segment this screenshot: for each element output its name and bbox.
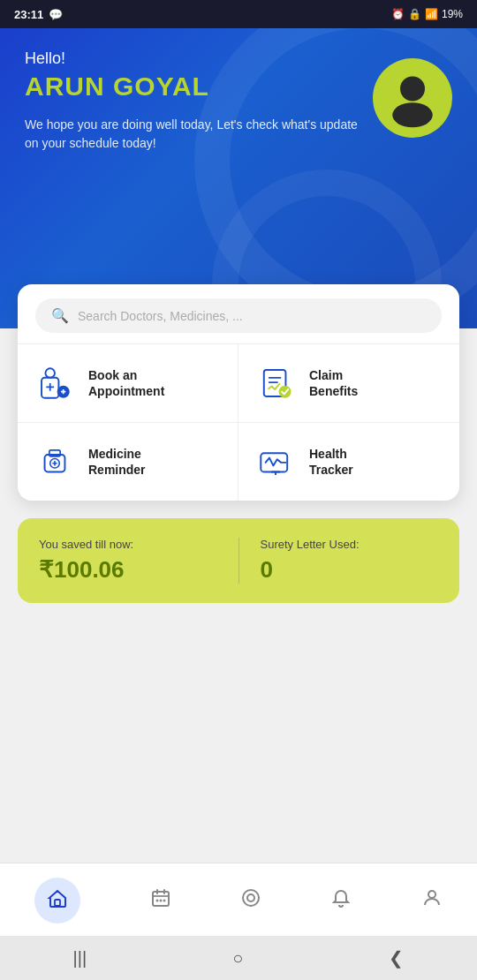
- search-input-wrap[interactable]: 🔍 Search Doctors, Medicines, ...: [35, 298, 442, 333]
- nav-profile[interactable]: [413, 884, 451, 917]
- lock-icon: 🔒: [408, 8, 421, 20]
- recent-apps-button[interactable]: |||: [73, 948, 87, 969]
- book-appointment-item[interactable]: Book anAppointment: [18, 344, 238, 423]
- search-placeholder: Search Doctors, Medicines, ...: [78, 309, 243, 323]
- nav-shop[interactable]: [231, 884, 270, 917]
- user-name: ARUN GOYAL: [25, 72, 362, 102]
- status-time-area: 23:11 💬: [14, 8, 63, 21]
- svg-point-28: [163, 900, 165, 902]
- bell-icon: [330, 887, 352, 914]
- medicine-reminder-icon-wrap: [34, 441, 76, 483]
- svg-point-1: [392, 102, 433, 127]
- health-tracker-icon-wrap: [254, 441, 297, 483]
- claim-benefits-label: ClaimBenefits: [309, 367, 358, 399]
- health-tracker-label: HealthTracker: [309, 446, 353, 478]
- quick-actions-card: 🔍 Search Doctors, Medicines, ...: [18, 284, 459, 501]
- alarm-icon: ⏰: [391, 8, 405, 20]
- system-nav-bar: ||| ○ ❮: [0, 936, 477, 980]
- health-tracker-item[interactable]: HealthTracker: [238, 423, 459, 501]
- nav-calendar[interactable]: [141, 884, 180, 917]
- bottom-nav: [0, 863, 477, 936]
- claim-icon: [256, 364, 295, 403]
- svg-point-31: [428, 891, 435, 898]
- medicine-icon: [35, 442, 74, 481]
- hero-description: We hope you are doing well today, Let's …: [25, 116, 362, 153]
- avatar: [373, 58, 452, 138]
- saved-value: ₹100.06: [39, 556, 217, 584]
- svg-point-30: [247, 894, 254, 901]
- greeting-text: Hello!: [25, 49, 362, 68]
- svg-point-3: [45, 368, 55, 378]
- battery-text: 19%: [442, 8, 463, 20]
- svg-point-27: [159, 900, 162, 902]
- claim-benefits-item[interactable]: ClaimBenefits: [238, 344, 459, 423]
- book-appointment-icon-wrap: [34, 362, 76, 404]
- quick-actions-grid: Book anAppointment ClaimBenefits: [18, 344, 459, 501]
- surety-value: 0: [261, 556, 439, 584]
- back-button[interactable]: ❮: [389, 947, 404, 969]
- health-tracker-icon: [256, 442, 295, 481]
- avatar-icon: [382, 67, 443, 129]
- nav-home[interactable]: [26, 874, 89, 927]
- calendar-icon: [150, 887, 171, 914]
- medicine-reminder-item[interactable]: MedicineReminder: [18, 423, 238, 501]
- saved-label: You saved till now:: [39, 538, 217, 551]
- search-bar-area: 🔍 Search Doctors, Medicines, ...: [18, 284, 459, 344]
- home-button[interactable]: ○: [232, 948, 243, 969]
- doctor-icon: [35, 364, 74, 403]
- svg-rect-21: [55, 900, 60, 906]
- book-appointment-label: Book anAppointment: [88, 367, 164, 399]
- search-icon: 🔍: [51, 307, 69, 324]
- svg-point-0: [400, 77, 425, 102]
- savings-card: You saved till now: ₹100.06 Surety Lette…: [18, 518, 459, 603]
- svg-point-29: [243, 890, 259, 906]
- profile-icon: [421, 887, 443, 914]
- svg-point-12: [279, 386, 292, 398]
- surety-label: Surety Letter Used:: [261, 538, 439, 551]
- nav-home-circle: [34, 878, 80, 923]
- nav-notifications[interactable]: [322, 884, 360, 917]
- surety-section: Surety Letter Used: 0: [238, 538, 460, 584]
- wifi-icon: 📶: [425, 8, 438, 20]
- status-bar: 23:11 💬 ⏰ 🔒 📶 19%: [0, 0, 477, 28]
- status-right-area: ⏰ 🔒 📶 19%: [391, 8, 463, 20]
- svg-point-26: [155, 900, 158, 902]
- home-icon: [47, 887, 68, 914]
- hero-top: Hello! ARUN GOYAL We hope you are doing …: [25, 49, 452, 153]
- status-time: 23:11: [14, 8, 43, 21]
- medicine-reminder-label: MedicineReminder: [88, 446, 146, 478]
- hero-section: Hello! ARUN GOYAL We hope you are doing …: [0, 28, 477, 328]
- claim-benefits-icon-wrap: [254, 362, 297, 404]
- saved-section: You saved till now: ₹100.06: [18, 538, 238, 584]
- shop-icon: [240, 887, 261, 914]
- hero-text: Hello! ARUN GOYAL We hope you are doing …: [25, 49, 362, 153]
- whatsapp-icon: 💬: [49, 8, 63, 21]
- svg-rect-22: [153, 892, 169, 906]
